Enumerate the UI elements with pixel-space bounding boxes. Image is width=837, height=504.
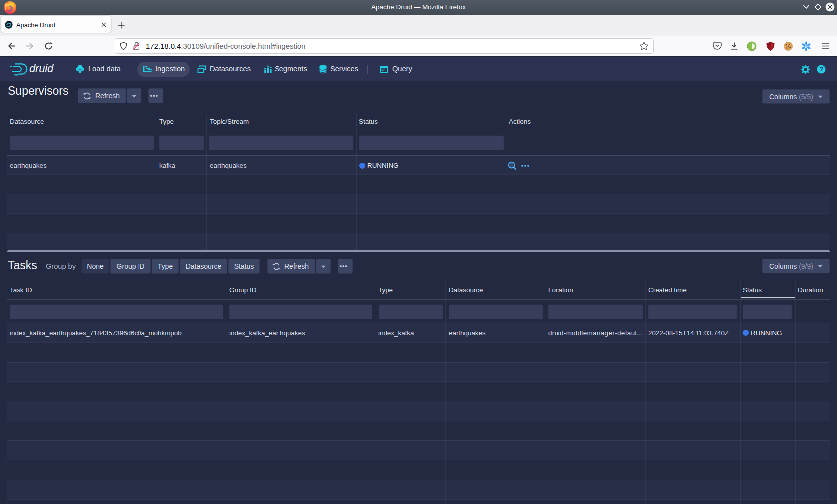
- svg-text:?: ?: [819, 66, 823, 73]
